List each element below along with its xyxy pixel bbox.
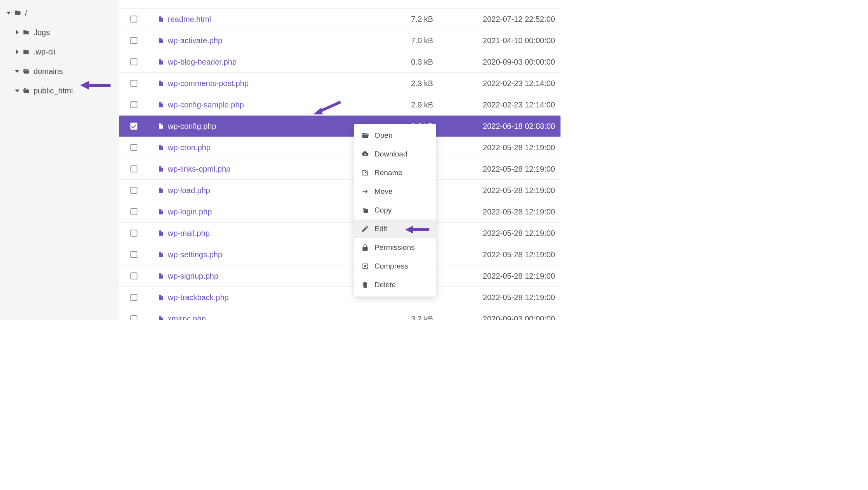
context-menu-label: Permissions [374,243,415,252]
row-checkbox[interactable] [130,144,137,151]
tree-item-label: .logs [33,28,50,37]
file-icon [158,58,164,66]
context-menu-delete[interactable]: Delete [354,276,436,294]
file-date: 2020-09-03 00:00:00 [473,58,555,67]
folder-symlink-icon [22,87,30,94]
row-checkbox[interactable] [130,208,137,215]
file-name: wp-activate.php [168,36,222,45]
chevron-down-icon[interactable] [12,70,22,73]
folder-open-icon [361,132,369,139]
context-menu-edit[interactable]: Edit [354,220,436,238]
context-menu-label: Compress [374,262,408,270]
context-menu-label: Edit [374,225,387,233]
table-row[interactable]: wp-config.php2.8 kB2022-06-18 02:03:00 [119,116,561,137]
tree-item-label: domains [33,67,63,76]
pencil-icon [361,225,369,233]
table-row-partial [119,0,561,9]
file-date: 2022-05-28 12:19:00 [473,143,555,152]
tree-item-domains[interactable]: domains [2,61,116,81]
table-row[interactable]: wp-settings.php2022-05-28 12:19:00 [119,244,561,265]
table-row[interactable]: wp-blog-header.php0.3 kB2020-09-03 00:00… [119,51,561,73]
context-menu: OpenDownloadRenameMoveCopyEditPermission… [354,124,436,297]
file-name: wp-comments-post.php [168,79,249,88]
row-checkbox[interactable] [130,251,137,258]
folder-open-icon [22,68,30,75]
table-row[interactable]: wp-cron.php2022-05-28 12:19:00 [119,137,561,158]
file-icon [158,122,164,130]
file-icon [158,101,164,109]
file-icon [158,293,164,301]
row-checkbox[interactable] [130,101,137,108]
file-name: wp-signup.php [168,272,218,281]
table-row[interactable]: wp-links-opml.php2022-05-28 12:19:00 [119,158,561,180]
file-date: 2022-02-23 12:14:00 [473,100,555,109]
table-row[interactable]: readme.html7.2 kB2022-07-12 22:52:00 [119,9,561,30]
file-date: 2022-07-12 22:52:00 [473,15,555,24]
row-checkbox[interactable] [130,37,137,44]
folder-icon [22,29,30,36]
file-name: wp-blog-header.php [168,58,237,67]
copy-out-icon [361,206,369,214]
folder-icon [22,48,30,55]
compress-icon [361,262,369,270]
file-icon [158,144,164,151]
chevron-right-icon[interactable] [12,49,22,54]
file-list: readme.html7.2 kB2022-07-12 22:52:00wp-a… [119,0,561,320]
table-row[interactable]: wp-activate.php7.0 kB2021-04-10 00:00:00 [119,30,561,51]
context-menu-label: Open [374,131,392,140]
row-checkbox[interactable] [130,16,137,23]
file-icon [158,251,164,258]
tree-item-label: .wp-cli [33,47,56,56]
file-icon [158,315,164,320]
file-date: 2020-09-03 00:00:00 [473,314,555,320]
row-checkbox[interactable] [130,123,137,130]
table-row[interactable]: wp-login.php2022-05-28 12:19:00 [119,201,561,223]
context-menu-copy[interactable]: Copy [354,201,436,220]
context-menu-open[interactable]: Open [354,126,436,145]
row-checkbox[interactable] [130,187,137,194]
file-icon [158,229,164,237]
context-menu-move[interactable]: Move [354,182,436,201]
table-row[interactable]: wp-mail.php2022-05-28 12:19:00 [119,223,561,244]
context-menu-compress[interactable]: Compress [354,257,436,276]
tree-item-label: public_html [33,86,73,95]
context-menu-label: Rename [374,169,402,177]
context-menu-download[interactable]: Download [354,145,436,163]
row-checkbox[interactable] [130,58,137,65]
table-row[interactable]: wp-config-sample.php2.9 kB2022-02-23 12:… [119,94,561,116]
lock-icon [361,244,369,251]
row-checkbox[interactable] [130,315,137,320]
chevron-down-icon[interactable] [4,12,13,14]
tree-root[interactable]: / [2,3,116,23]
tree-item-wpcli[interactable]: .wp-cli [2,42,116,61]
context-menu-permissions[interactable]: Permissions [354,238,436,257]
row-checkbox[interactable] [130,230,137,237]
table-row[interactable]: wp-trackback.php2022-05-28 12:19:00 [119,287,561,308]
table-row[interactable]: wp-load.php2022-05-28 12:19:00 [119,180,561,201]
table-row[interactable]: xmlrpc.php3.2 kB2020-09-03 00:00:00 [119,308,561,320]
chevron-right-icon[interactable] [12,30,22,35]
file-name: readme.html [168,15,211,24]
file-icon [158,208,164,216]
row-checkbox[interactable] [130,165,137,172]
file-date: 2022-02-23 12:14:00 [473,79,555,88]
row-checkbox[interactable] [130,80,137,87]
file-date: 2022-05-28 12:19:00 [473,207,555,216]
sidebar: / .logs .wp-cli domains public_html [0,0,119,320]
file-date: 2022-05-28 12:19:00 [473,293,555,302]
tree-item-publichtml[interactable]: public_html [2,81,116,100]
row-checkbox[interactable] [130,294,137,301]
file-size: 2.3 kB [411,79,473,88]
chevron-down-icon[interactable] [12,90,22,92]
context-menu-rename[interactable]: Rename [354,163,436,182]
table-row[interactable]: wp-comments-post.php2.3 kB2022-02-23 12:… [119,73,561,94]
table-row[interactable]: wp-signup.php2022-05-28 12:19:00 [119,265,561,287]
context-menu-label: Download [374,150,408,158]
row-checkbox[interactable] [130,272,137,279]
folder-open-icon [13,9,22,16]
tree-item-logs[interactable]: .logs [2,23,116,42]
file-date: 2022-06-18 02:03:00 [473,122,555,131]
file-icon [158,186,164,194]
context-menu-label: Move [374,187,392,196]
file-icon [158,165,164,173]
